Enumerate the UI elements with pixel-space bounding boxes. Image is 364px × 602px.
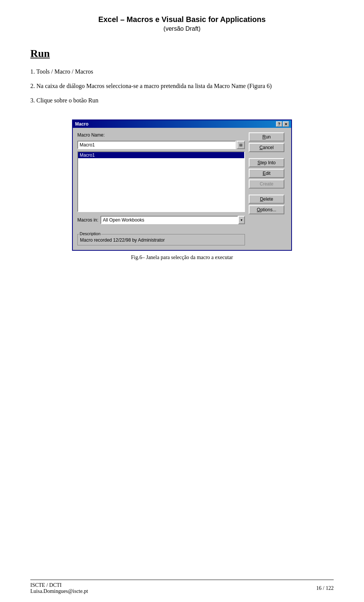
dialog-buttons: Run Cancel Step Into Edit Create Delete … [249, 132, 287, 245]
macros-in-value[interactable]: All Open Workbooks [100, 216, 238, 224]
titlebar-buttons: ? ✕ [276, 121, 289, 127]
macro-name-label: Macro Name: [77, 132, 245, 138]
help-button[interactable]: ? [276, 121, 282, 127]
run-button[interactable]: Run [249, 132, 284, 141]
document-subtitle: (versão Draft) [30, 25, 334, 32]
description-box: Macro recorded 12/22/98 by Administrator [77, 234, 245, 245]
footer-left: ISCTE / DCTI Luisa.Domingues@iscte.pt [30, 582, 88, 594]
macro-listbox[interactable]: Macro1 [77, 151, 245, 212]
figure-caption: Fig.6– Janela para selecção da macro a e… [131, 255, 233, 261]
dialog-title: Macro [75, 121, 88, 127]
step-2: 2. Na caixa de diálogo Macros selecciona… [30, 82, 334, 91]
description-text: Macro recorded 12/22/98 by Administrator [80, 237, 165, 243]
macro-list-item[interactable]: Macro1 [78, 152, 244, 158]
step-into-button[interactable]: Step Into [249, 158, 284, 167]
dialog-titlebar: Macro ? ✕ [73, 120, 291, 128]
cancel-button[interactable]: Cancel [249, 143, 284, 152]
step-1-text: Tools / Macro / Macros [36, 68, 93, 75]
macros-in-row: Macros in: All Open Workbooks ▼ [77, 216, 245, 224]
edit-button[interactable]: Edit [249, 169, 284, 178]
macro-name-browse-button[interactable]: ▤ [237, 141, 245, 149]
step-1-number: 1. [30, 68, 35, 75]
description-group: Description Macro recorded 12/22/98 by A… [77, 229, 245, 245]
close-button[interactable]: ✕ [283, 121, 289, 127]
macro-dialog: Macro ? ✕ Macro Name: Macro1 ▤ [72, 119, 292, 251]
delete-button[interactable]: Delete [249, 195, 284, 204]
dialog-body: Macro Name: Macro1 ▤ Macro1 Macros in: [73, 128, 291, 250]
options-button[interactable]: Options... [249, 205, 284, 214]
macros-in-select-wrapper: All Open Workbooks ▼ [100, 216, 245, 224]
macros-in-arrow[interactable]: ▼ [238, 216, 245, 224]
create-button: Create [249, 179, 284, 189]
section-heading: Run [30, 47, 334, 60]
macros-in-label: Macros in: [77, 217, 98, 223]
dialog-container: Macro ? ✕ Macro Name: Macro1 ▤ [72, 119, 292, 261]
macro-name-row: Macro1 ▤ [77, 141, 245, 149]
description-wrapper: Description Macro recorded 12/22/98 by A… [77, 229, 245, 245]
footer-org: ISCTE / DCTI [30, 582, 88, 588]
footer-email: Luisa.Domingues@iscte.pt [30, 588, 88, 594]
step-2-number: 2. [30, 83, 35, 89]
macro-name-input[interactable]: Macro1 [77, 141, 236, 149]
step-3-number: 3. [30, 97, 35, 104]
footer: ISCTE / DCTI Luisa.Domingues@iscte.pt 16… [30, 580, 334, 594]
description-label: Description [79, 231, 101, 236]
step-3: 3. Clique sobre o botão Run [30, 96, 334, 105]
dialog-left: Macro Name: Macro1 ▤ Macro1 Macros in: [77, 132, 245, 245]
step-1: 1. Tools / Macro / Macros [30, 67, 334, 76]
step-3-text: Clique sobre o botão Run [36, 97, 99, 104]
footer-page: 16 / 122 [316, 585, 334, 591]
document-title: Excel – Macros e Visual Basic for Applic… [30, 15, 334, 24]
step-2-text: Na caixa de diálogo Macros selecciona-se… [36, 83, 272, 89]
